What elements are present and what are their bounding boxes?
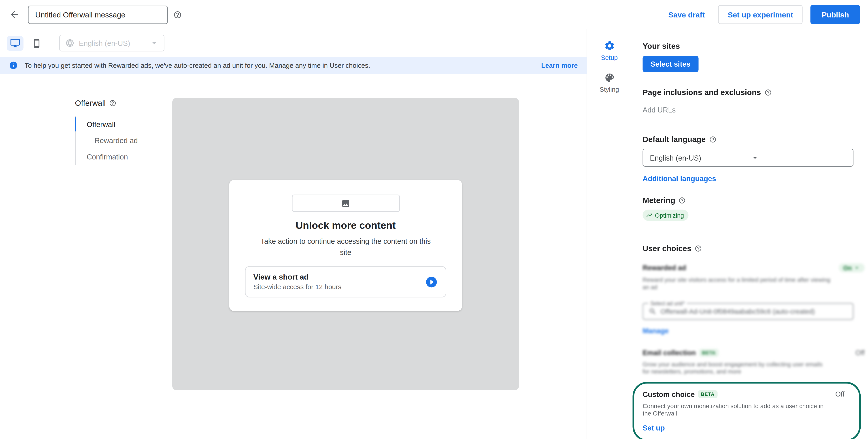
nav-item-confirmation[interactable]: Confirmation [76,149,138,165]
card-body: Take action to continue accessing the co… [256,236,435,258]
email-collection-title: Email collection [643,349,696,357]
rail-styling-label: Styling [600,86,619,93]
nav-heading: Offerwall [75,98,138,107]
rail-setup-label: Setup [601,54,618,61]
nav-item-offerwall[interactable]: Offerwall [76,116,138,133]
additional-languages-link[interactable]: Additional languages [643,175,716,183]
offerwall-preview: Unlock more content Take action to conti… [172,98,519,390]
custom-choice-row: Custom choice BETA Off [643,390,850,399]
title-help-icon[interactable] [174,10,182,19]
back-arrow-icon [9,9,20,20]
metering-help-icon[interactable] [679,196,686,204]
page-inclusions-heading: Page inclusions and exclusions [643,88,865,97]
back-button[interactable] [6,6,24,24]
rewarded-ad-row: Rewarded ad On [643,263,865,272]
setup-experiment-button[interactable]: Set up experiment [718,5,803,24]
rewarded-ad-toggle[interactable]: On [839,263,865,272]
message-title-input[interactable] [28,5,168,24]
device-toolbar: English (en-US) [0,29,587,57]
offerwall-nav: Offerwall Offerwall Rewarded ad Confirma… [75,98,138,165]
editor-body: Offerwall Offerwall Rewarded ad Confirma… [0,74,587,439]
save-draft-button[interactable]: Save draft [668,10,705,19]
manage-link[interactable]: Manage [643,327,669,335]
select-sites-button[interactable]: Select sites [643,56,699,72]
trending-up-icon [646,212,653,219]
email-collection-beta-badge: BETA [699,349,718,357]
smartphone-icon [32,38,41,48]
user-choices-help-icon[interactable] [694,245,702,252]
play-circle-icon[interactable] [425,275,438,288]
chevron-down-icon [149,38,159,48]
nav-item-rewarded-ad[interactable]: Rewarded ad [76,133,138,149]
mobile-preview-button[interactable] [28,36,45,51]
image-placeholder [292,194,400,212]
preview-language-value: English (en-US) [79,39,145,48]
optimizing-label: Optimizing [655,212,684,219]
custom-choice-description: Connect your own monetization solution t… [643,402,833,418]
custom-choice-section: Custom choice BETA Off Connect your own … [643,390,850,433]
email-collection-row: Email collection BETA Off [643,349,865,357]
editor-pane: English (en-US) To help you get started … [0,29,587,439]
topbar-actions: Save draft Set up experiment Publish [668,5,860,24]
ad-unit-value: Offerwall-Ad-Unit-0f0849aababc59c6 (auto… [661,308,815,316]
nav-heading-label: Offerwall [75,98,105,107]
settings-rail: Setup Styling [587,29,631,439]
page-inclusions-help-icon[interactable] [765,89,772,96]
publish-button[interactable]: Publish [810,5,860,24]
chevron-down-icon [750,153,849,163]
view-ad-option[interactable]: View a short ad Site-wide access for 12 … [245,266,446,297]
default-language-help-icon[interactable] [709,135,716,143]
gear-icon [604,40,615,52]
topbar: Save draft Set up experiment Publish [0,0,868,29]
chevron-down-icon [854,264,860,271]
banner-text: To help you get started with Rewarded ad… [25,62,370,69]
custom-choice-set-up-link[interactable]: Set up [643,424,665,432]
offerwall-editor: Save draft Set up experiment Publish [0,0,868,439]
metering-label: Metering [643,196,675,205]
ad-unit-label: Select ad unit* [648,300,687,307]
email-collection-description: Grow your audience and boost engagement … [643,361,831,375]
page-inclusions-label: Page inclusions and exclusions [643,88,761,97]
globe-icon [66,39,74,48]
optimizing-badge: Optimizing [643,210,689,221]
default-language-value: English (en-US) [650,153,750,162]
palette-icon [604,72,615,84]
learn-more-link[interactable]: Learn more [541,62,578,69]
default-language-heading: Default language [643,135,865,144]
search-icon [649,308,657,316]
section-divider [631,230,865,230]
nav-list: Offerwall Rewarded ad Confirmation [75,116,138,165]
user-choices-label: User choices [643,244,691,253]
custom-choice-highlight-ring: Custom choice BETA Off Connect your own … [633,381,861,439]
email-collection-state: Off [856,349,865,357]
custom-choice-state: Off [835,390,844,398]
rewarded-ad-section: Rewarded ad On Reward your site visitors… [643,263,865,336]
add-urls-input[interactable] [643,106,854,114]
custom-choice-beta-badge: BETA [698,390,717,398]
email-collection-section: Email collection BETA Off Grow your audi… [643,349,865,375]
info-icon [9,61,18,70]
default-language-select[interactable]: English (en-US) [643,149,854,167]
option-title: View a short ad [253,273,342,281]
user-choices-heading: User choices [643,244,865,253]
image-icon [341,199,350,208]
option-subtitle: Site-wide access for 12 hours [253,283,342,291]
desktop-preview-button[interactable] [7,36,24,51]
rail-tab-setup[interactable]: Setup [601,40,618,61]
offerwall-help-icon[interactable] [109,99,116,107]
option-text: View a short ad Site-wide access for 12 … [253,273,342,291]
default-language-label: Default language [643,135,706,144]
settings-panel: Your sites Select sites Page inclusions … [631,29,868,439]
rewarded-ad-title: Rewarded ad [643,264,686,272]
offerwall-card: Unlock more content Take action to conti… [229,180,462,311]
info-banner: To help you get started with Rewarded ad… [0,57,587,74]
main-area: English (en-US) To help you get started … [0,29,868,439]
your-sites-heading: Your sites [643,41,865,50]
rail-tab-styling[interactable]: Styling [600,72,619,93]
preview-language-select[interactable]: English (en-US) [59,35,164,52]
rewarded-ad-toggle-label: On [843,264,852,271]
ad-unit-select[interactable]: Select ad unit* Offerwall-Ad-Unit-0f0849… [643,303,854,320]
metering-heading: Metering [643,196,865,205]
card-title: Unlock more content [245,220,446,232]
custom-choice-title: Custom choice [643,390,695,399]
